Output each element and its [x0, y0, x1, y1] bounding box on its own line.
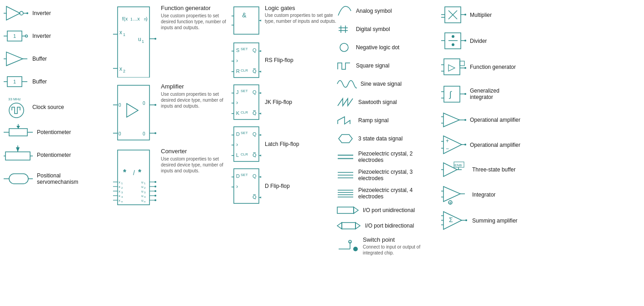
clock-label: Clock source [32, 104, 64, 110]
svg-text:Q: Q [252, 89, 257, 95]
io-uni-label: I/O port unidirectional [363, 207, 415, 213]
svg-rect-202 [444, 59, 460, 75]
amplifier-box-symbol: 0 0 0 0 [113, 83, 156, 142]
three-state-label: Three-state buffer [472, 166, 515, 173]
multiplier-label: Multiplier [470, 12, 492, 18]
svg-marker-26 [16, 147, 20, 152]
svg-text:0: 0 [143, 131, 145, 136]
svg-point-166 [340, 43, 348, 52]
svg-rect-24 [5, 152, 30, 160]
svg-rect-209 [444, 86, 460, 102]
svg-text:u: u [141, 198, 143, 202]
saw-sig-symbol [336, 96, 355, 109]
svg-text:CLR: CLR [241, 152, 248, 156]
svg-text:0: 0 [143, 101, 145, 106]
svg-text:x: x [118, 198, 120, 202]
svg-text:u: u [141, 189, 143, 193]
svg-text:x: x [118, 189, 120, 193]
svg-text:2: 2 [121, 187, 123, 189]
saw-sig-label: Sawtooth signal [358, 99, 397, 105]
column-1: Inverter 1 Inverter Buffer [4, 5, 113, 256]
item-integrator: Integrator [441, 184, 564, 205]
func-gen-content: Function generator Use custom properties… [161, 5, 232, 31]
column-4: Analog symbol Digital symbol Negative lo… [336, 5, 441, 256]
converter-desc: Use custom properties to set desired dev… [161, 156, 232, 174]
switch-pt-title: Switch point [363, 236, 441, 243]
svg-point-147 [260, 134, 261, 136]
item-digital: Digital symbol [336, 23, 441, 36]
item-amplifier: 0 0 0 0 Amplifier Use custom properties … [113, 83, 232, 142]
item-analog: Analog symbol [336, 5, 441, 17]
svg-text:...x: ...x [133, 16, 140, 21]
rs-ff-symbol: S SET Q › R CLR Q̅ [232, 42, 261, 78]
ramp-sig-symbol [336, 114, 355, 127]
item-io-uni: I/O port unidirectional [336, 205, 441, 215]
item-pot2: Potentiometer [4, 145, 113, 165]
amplifier-title: Amplifier [161, 83, 232, 90]
inverter2-label: Inverter [32, 33, 51, 39]
item-pot1: Potentiometer [4, 124, 113, 140]
neg-logic-symbol [336, 41, 352, 54]
amplifier-desc: Use custom properties to set desired dev… [161, 91, 232, 109]
item-func-gen2: Function generator [441, 57, 564, 77]
jk-ff-symbol: J SET Q › K CLR Q̅ [232, 84, 261, 120]
piezo4-symbol [336, 187, 355, 200]
svg-rect-179 [337, 207, 354, 213]
servo-label: Positionalservomechanism [37, 172, 78, 185]
item-logic-gates: & Logic gates Use custom properties to s… [232, 5, 336, 36]
item-jk-ff: J SET Q › K CLR Q̅ JK Flip-flop [232, 84, 336, 120]
svg-text:u: u [141, 194, 143, 198]
column-2: f(x 1 ...x n ) x 1 u 1 x 2 Function gene… [113, 5, 232, 256]
svg-text:u: u [138, 36, 141, 42]
op-amp1-label: Operational amplifier [470, 117, 520, 123]
svg-text:L: L [236, 152, 239, 158]
svg-marker-183 [355, 223, 360, 229]
svg-point-119 [260, 71, 261, 73]
switch-pt-symbol [336, 236, 359, 254]
buffer1-label: Buffer [32, 56, 47, 62]
svg-text:›: › [236, 141, 238, 148]
op-amp2-label: Operational amplifier [470, 142, 520, 148]
logic-gates-text: Logic gates Use custom properties to set… [265, 5, 336, 24]
svg-point-132 [260, 92, 261, 94]
svg-marker-21 [16, 126, 20, 129]
sine-sig-label: Sine wave signal [361, 81, 402, 87]
svg-text:3: 3 [121, 191, 123, 194]
d-ff-symbol: D SET Q › Q̅ [232, 168, 261, 204]
buffer1-symbol [4, 50, 29, 67]
svg-text:CLR: CLR [241, 110, 248, 114]
svg-marker-181 [337, 223, 342, 229]
svg-text:J: J [236, 89, 239, 95]
neg-logic-label: Negative logic dot [356, 44, 399, 51]
integrator-label: Integrator [472, 192, 495, 198]
item-buffer2: 1 Buffer [4, 73, 113, 90]
item-three-state: ENB Three-state buffer [441, 161, 564, 179]
column-5: Multiplier Divider [441, 5, 564, 256]
inverter1-symbol [4, 5, 29, 22]
svg-point-196 [452, 35, 454, 38]
analog-label: Analog symbol [356, 8, 392, 14]
pot2-symbol [4, 145, 33, 165]
amplifier-content: Amplifier Use custom properties to set d… [161, 83, 232, 109]
svg-marker-180 [354, 207, 358, 213]
buffer2-label: Buffer [32, 78, 47, 85]
svg-point-90 [155, 181, 156, 183]
svg-text:0: 0 [118, 131, 121, 136]
svg-text:Q̅: Q̅ [252, 152, 257, 158]
svg-text:x: x [119, 29, 122, 36]
svg-point-187 [353, 247, 358, 251]
svg-text:CLR: CLR [241, 68, 248, 73]
func-gen-box-symbol: f(x 1 ...x n ) x 1 u 1 x 2 [113, 5, 156, 78]
item-io-bi: I/O port bidirectional [336, 221, 441, 231]
item-buffer1: Buffer [4, 50, 113, 67]
svg-text:SET: SET [241, 89, 248, 93]
logic-gate-symbol: & [232, 5, 261, 36]
svg-text:1: 1 [13, 79, 16, 84]
svg-text:*: * [123, 168, 126, 177]
svg-text:ENB: ENB [454, 163, 462, 167]
item-switch-pt: Switch point Connect to input or output … [336, 236, 441, 256]
svg-text:1: 1 [142, 39, 144, 44]
func-gen2-label: Function generator [470, 64, 516, 70]
item-ramp-sig: Ramp signal [336, 114, 441, 127]
op-amp2-symbol: + − [441, 135, 466, 155]
